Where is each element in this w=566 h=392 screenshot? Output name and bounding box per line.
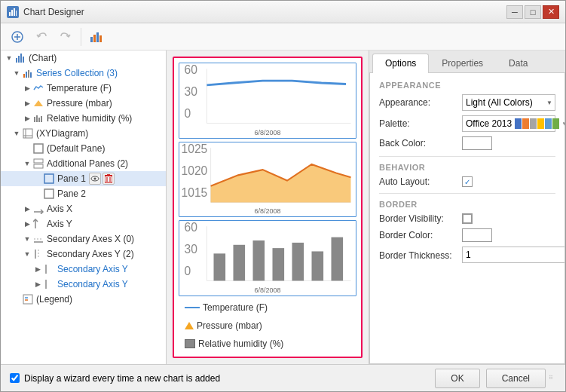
pressure-icon [32,97,44,109]
tree-item-xydiagram[interactable]: ▼ (XYDiagram) [1,126,166,141]
tree-item-temperature[interactable]: ▶ Temperature (F) [1,81,166,96]
svg-rect-28 [34,159,43,163]
tree-item-legend[interactable]: ▶ (Legend) [1,292,166,307]
tree-arrow-secondary-axis-y1[interactable]: ▶ [32,264,43,274]
svg-rect-12 [18,56,20,63]
back-color-row: Back Color: [379,136,555,150]
svg-rect-1 [11,10,13,16]
window-controls: ─ □ ✕ [506,5,559,19]
tree-arrow-humidity[interactable]: ▶ [22,113,32,124]
cancel-button[interactable]: Cancel [486,369,546,388]
maximize-button[interactable]: □ [525,5,541,19]
svg-rect-16 [26,72,27,78]
auto-layout-value: ✓ [462,176,555,187]
tree-item-secondary-axes-x[interactable]: ▼ Secondary Axes X (0) [1,231,166,247]
tree-item-additional-panes[interactable]: ▼ Additional Panes (2) [1,156,166,171]
svg-rect-33 [105,176,112,182]
border-thickness-input[interactable] [462,247,565,263]
tree-item-humidity[interactable]: ▶ Relative humidity (%) [1,111,166,126]
axis-x-icon [32,203,44,215]
tree-item-chart[interactable]: ▼ (Chart) [1,51,166,66]
tree-arrow-axis-y[interactable]: ▶ [22,219,32,229]
legend-rect-humidity [185,339,195,348]
chart-box-2: 1025 1020 1015 6/8/2008 [179,142,356,218]
svg-rect-47 [23,295,32,304]
minimize-button[interactable]: ─ [506,5,523,19]
pane1-eye-button[interactable] [89,173,101,185]
appearance-value: Light (All Colors) [462,94,555,111]
tree-item-series-collection[interactable]: ▼ Series Collection (3) [1,66,166,81]
legend-icon [22,293,34,305]
secondary-axis-y1-icon [43,263,55,275]
tree-label-humidity: Relative humidity (%) [47,113,132,124]
svg-rect-69 [273,248,285,280]
svg-rect-22 [38,118,40,122]
redo-button[interactable] [55,26,76,47]
tree-item-default-pane[interactable]: ▶ (Default Pane) [1,141,166,156]
legend-item-temperature: Temperature (F) [185,302,268,313]
svg-rect-23 [41,116,42,122]
appearance-label: Appearance: [379,97,462,108]
appearance-select[interactable]: Light (All Colors) [462,94,555,111]
appearance-select-wrapper[interactable]: Light (All Colors) [462,94,555,111]
tree-arrow-secondary-axes-y[interactable]: ▼ [22,249,32,259]
wizard-checkbox[interactable] [10,373,20,383]
tree-item-secondary-axis-y1[interactable]: ▶ Secondary Axis Y [1,262,166,277]
tree-arrow-secondary-axes-x[interactable]: ▼ [22,234,32,244]
tree-panel: ▼ (Chart) ▼ Series Collection (3) [1,51,167,364]
border-visibility-checkbox[interactable] [462,213,473,224]
tree-item-secondary-axes-y[interactable]: ▼ Secondary Axes Y (2) [1,247,166,262]
dialog-buttons: OK Cancel [435,369,546,388]
palette-color-5 [545,118,552,129]
tab-options[interactable]: Options [372,54,429,73]
tree-item-pane2[interactable]: ▶ Pane 2 [1,186,166,201]
svg-text:0: 0 [185,106,191,120]
chart-svg-3: 60 30 0 [179,221,356,286]
undo-button[interactable] [31,26,52,47]
tree-item-axis-y[interactable]: ▶ Axis Y [1,216,166,231]
tree-item-axis-x[interactable]: ▶ Axis X [1,201,166,216]
tree-label-legend: (Legend) [36,294,72,305]
tree-arrow-secondary-axis-y2[interactable]: ▶ [32,279,43,289]
pane1-delete-button[interactable] [102,173,115,185]
tree-label-additional-panes: Additional Panes (2) [47,158,128,169]
tree-scroll[interactable]: ▼ (Chart) ▼ Series Collection (3) [1,51,166,364]
border-visibility-value [462,213,555,224]
tab-data[interactable]: Data [496,54,540,72]
close-button[interactable]: ✕ [543,5,559,19]
palette-row: Palette: Office 2013 [379,115,555,132]
add-button[interactable] [7,26,28,47]
svg-rect-18 [30,72,32,78]
back-color-box[interactable] [462,136,492,150]
tab-properties[interactable]: Properties [429,54,496,72]
tree-item-pressure[interactable]: ▶ Pressure (mbar) [1,96,166,111]
right-panel: Options Properties Data APPEARANCE Appea… [369,51,565,364]
svg-text:60: 60 [185,221,197,234]
tree-arrow-series[interactable]: ▼ [11,68,22,78]
svg-rect-68 [253,240,265,280]
tree-arrow-pressure[interactable]: ▶ [22,98,32,109]
chart-wizard-button[interactable] [86,26,107,47]
tree-arrow-temperature[interactable]: ▶ [22,83,32,93]
secondary-axes-y-icon [32,248,44,260]
tree-arrow-xydiagram[interactable]: ▼ [11,128,22,139]
border-color-box[interactable] [462,228,492,242]
legend-label-humidity: Relative humidity (%) [198,338,283,349]
svg-rect-29 [34,164,43,168]
border-color-label: Border Color: [379,230,462,240]
palette-select-box[interactable]: Office 2013 ▼ [462,115,555,132]
tree-arrow-additional-panes[interactable]: ▼ [22,158,32,169]
tree-item-pane1[interactable]: ▶ Pane 1 [1,171,166,186]
palette-label: Palette: [379,118,462,129]
chart-icon [14,52,26,64]
tree-arrow-chart[interactable]: ▼ [4,53,14,63]
palette-color-3 [530,118,537,129]
app-icon [7,6,19,18]
tree-arrow-axis-x[interactable]: ▶ [22,204,32,214]
svg-rect-9 [96,32,99,42]
pane1-actions [89,173,115,185]
ok-button[interactable]: OK [435,369,479,388]
tree-item-secondary-axis-y2[interactable]: ▶ Secondary Axis Y [1,277,166,292]
auto-layout-row: Auto Layout: ✓ [379,176,555,187]
auto-layout-checkbox[interactable]: ✓ [462,176,473,187]
